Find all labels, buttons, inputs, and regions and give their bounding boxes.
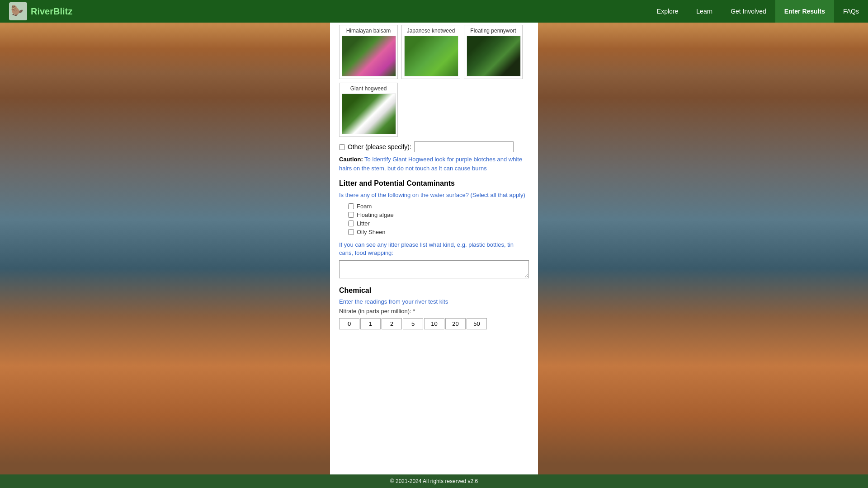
litter-question: Is there any of the following on the wat… [339,191,529,199]
chemical-subtitle: Enter the readings from your river test … [339,298,529,305]
logo-text: RiverBlitz [31,6,72,17]
nav-faqs[interactable]: FAQs [834,0,868,23]
litter-text-input[interactable] [339,260,529,278]
checkbox-oily-sheen: Oily Sheen [348,229,529,235]
other-specify-input[interactable] [414,141,514,152]
nitrate-50[interactable]: 50 [467,318,487,329]
foam-label: Foam [357,203,372,210]
floating-algae-checkbox[interactable] [348,212,354,218]
plant-card-hogweed[interactable]: Giant hogweed [339,83,398,137]
checkbox-floating-algae: Floating algae [348,211,529,218]
footer: © 2021-2024 All rights reserved v2.6 [0,474,868,488]
other-row: Other (please specify): [339,141,529,152]
navbar-links: Explore Learn Get Involved Enter Results… [648,0,868,23]
logo: 🦫 RiverBlitz [0,2,81,20]
nitrate-options: 0 1 2 5 10 20 50 [339,318,529,329]
form-panel: Himalayan balsam Japanese knotweed Float… [330,18,538,474]
plant-img-japanese [404,36,458,76]
nitrate-10[interactable]: 10 [424,318,444,329]
plant-name-floating: Floating pennywort [470,28,516,34]
svg-text:🦫: 🦫 [11,5,24,17]
nitrate-label: Nitrate (in parts per million): * [339,308,529,314]
foam-checkbox[interactable] [348,203,354,209]
litter-checkbox-list: Foam Floating algae Litter Oily Sheen [348,203,529,235]
plants-grid: Himalayan balsam Japanese knotweed Float… [339,25,529,137]
other-label: Other (please specify): [348,143,411,150]
plant-card-japanese[interactable]: Japanese knotweed [401,25,460,79]
nitrate-20[interactable]: 20 [445,318,466,329]
plant-card-himalayan[interactable]: Himalayan balsam [339,25,398,79]
nitrate-1[interactable]: 1 [360,318,381,329]
plant-card-floating[interactable]: Floating pennywort [464,25,523,79]
caution-block: Caution: To identify Giant Hogweed look … [339,155,529,173]
floating-algae-label: Floating algae [357,211,394,218]
nitrate-0[interactable]: 0 [339,318,359,329]
navbar: 🦫 RiverBlitz Explore Learn Get Involved … [0,0,868,23]
plant-img-floating [467,36,521,76]
plant-img-himalayan [342,36,396,76]
nav-get-involved[interactable]: Get Involved [722,0,775,23]
other-checkbox[interactable] [339,144,345,150]
chemical-section-title: Chemical [339,286,529,295]
nav-enter-results[interactable]: Enter Results [775,0,834,23]
plant-name-himalayan: Himalayan balsam [346,28,391,34]
litter-description-question: If you can see any litter please list wh… [339,241,529,257]
logo-icon: 🦫 [9,2,27,20]
checkbox-litter: Litter [348,220,529,227]
caution-label: Caution: [339,156,363,163]
litter-label-text: Litter [357,220,370,227]
oily-sheen-label: Oily Sheen [357,229,386,235]
nav-explore[interactable]: Explore [648,0,687,23]
plant-name-japanese: Japanese knotweed [407,28,455,34]
checkbox-foam: Foam [348,203,529,210]
nitrate-2[interactable]: 2 [382,318,402,329]
plant-name-hogweed: Giant hogweed [350,85,387,92]
litter-checkbox[interactable] [348,221,354,226]
caution-body: To identify Giant Hogweed look for purpl… [339,156,522,172]
plant-img-hogweed [342,94,396,134]
oily-sheen-checkbox[interactable] [348,229,354,235]
nitrate-5[interactable]: 5 [403,318,423,329]
nav-learn[interactable]: Learn [687,0,722,23]
footer-text: © 2021-2024 All rights reserved v2.6 [390,478,478,484]
litter-section-title: Litter and Potential Contaminants [339,179,529,188]
